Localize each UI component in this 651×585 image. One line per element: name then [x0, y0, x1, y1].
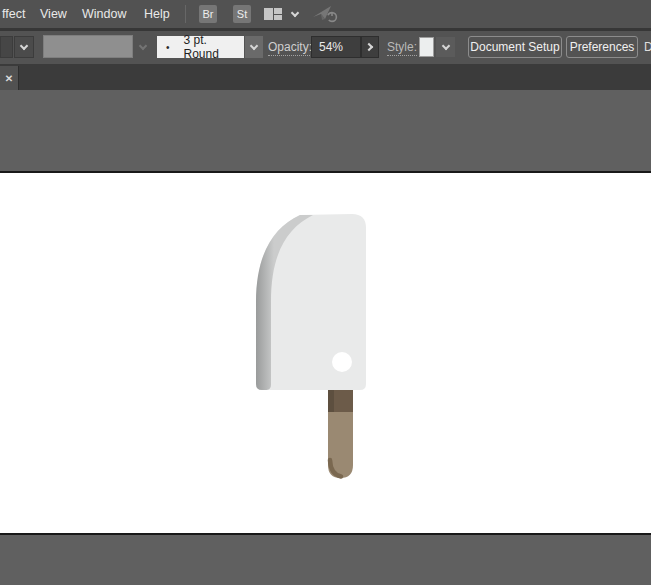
style-link[interactable]: Style:	[387, 40, 417, 56]
menu-effect-clipped[interactable]: ffect	[2, 0, 25, 28]
illustrator-window: ffect View Window Help Br St	[0, 0, 651, 585]
style-swatch[interactable]	[419, 37, 434, 57]
workspace-switcher-icon[interactable]	[264, 8, 283, 21]
brush-definition-select[interactable]: • 3 pt. Round	[157, 36, 244, 58]
opacity-chevron-right-icon[interactable]	[361, 36, 379, 58]
brush-definition-value: 3 pt. Round	[184, 33, 244, 61]
menu-bar: ffect View Window Help Br St	[0, 0, 651, 28]
style-chevron-down-icon[interactable]	[436, 37, 455, 57]
blade-hole	[332, 352, 352, 372]
stock-icon[interactable]: St	[233, 5, 251, 23]
menu-divider	[185, 5, 186, 23]
menu-view[interactable]: View	[40, 0, 67, 28]
cleaver-artwork[interactable]	[250, 210, 370, 482]
share-disabled-icon[interactable]	[312, 4, 338, 24]
document-tab-close-icon[interactable]: ✕	[0, 66, 19, 90]
fill-control-clipped[interactable]	[0, 36, 13, 58]
menu-window[interactable]: Window	[82, 0, 126, 28]
bridge-icon[interactable]: Br	[199, 5, 217, 23]
document-tab-bar: ✕	[0, 64, 651, 90]
document-setup-button[interactable]: Document Setup	[468, 36, 562, 58]
brush-chevron-down-icon[interactable]	[245, 36, 263, 58]
opacity-input[interactable]: 54%	[311, 36, 361, 58]
cleaver-handle	[328, 386, 353, 478]
brush-stroke-preview[interactable]	[43, 35, 133, 58]
opacity-link[interactable]: Opacity:	[268, 40, 312, 56]
disabled-chevron-down-icon	[136, 36, 150, 58]
brush-dot-icon: •	[166, 42, 170, 53]
workspace-chevron-down-icon[interactable]	[288, 0, 302, 28]
clipped-right-element: D	[644, 40, 651, 54]
preferences-button[interactable]: Preferences	[566, 36, 638, 58]
options-bar: • 3 pt. Round Opacity: 54% Style: Docume…	[0, 31, 651, 64]
cleaver-blade	[256, 214, 366, 390]
menu-help[interactable]: Help	[144, 0, 170, 28]
fill-chevron-down-icon[interactable]	[14, 36, 34, 58]
